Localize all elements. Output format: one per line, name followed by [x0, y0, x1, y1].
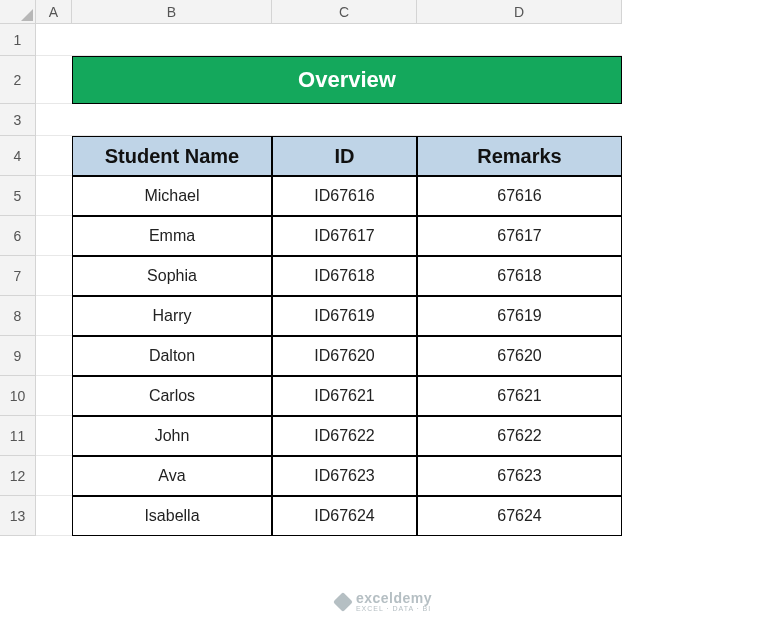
cell-name-1[interactable]: Emma — [72, 216, 272, 256]
cell-A9[interactable] — [36, 336, 72, 376]
watermark: exceldemy EXCEL · DATA · BI — [336, 591, 432, 612]
cell-A5[interactable] — [36, 176, 72, 216]
row-header-2[interactable]: 2 — [0, 56, 36, 104]
cell-id-5[interactable]: ID67621 — [272, 376, 417, 416]
spreadsheet-grid: A B C D 1 2 Overview 3 4 Student Name ID… — [0, 0, 768, 536]
cell-name-3[interactable]: Harry — [72, 296, 272, 336]
cell-B1[interactable] — [72, 24, 272, 56]
cell-remarks-0[interactable]: 67616 — [417, 176, 622, 216]
cell-D1[interactable] — [417, 24, 622, 56]
cell-D3[interactable] — [417, 104, 622, 136]
cell-id-6[interactable]: ID67622 — [272, 416, 417, 456]
select-all-corner[interactable] — [0, 0, 36, 24]
cell-remarks-3[interactable]: 67619 — [417, 296, 622, 336]
watermark-sub: EXCEL · DATA · BI — [356, 605, 432, 612]
cell-A3[interactable] — [36, 104, 72, 136]
row-header-5[interactable]: 5 — [0, 176, 36, 216]
row-header-12[interactable]: 12 — [0, 456, 36, 496]
cell-A7[interactable] — [36, 256, 72, 296]
cell-remarks-4[interactable]: 67620 — [417, 336, 622, 376]
col-header-B[interactable]: B — [72, 0, 272, 24]
cell-name-0[interactable]: Michael — [72, 176, 272, 216]
cell-name-8[interactable]: Isabella — [72, 496, 272, 536]
cell-name-6[interactable]: John — [72, 416, 272, 456]
header-remarks[interactable]: Remarks — [417, 136, 622, 176]
cell-id-8[interactable]: ID67624 — [272, 496, 417, 536]
cell-A8[interactable] — [36, 296, 72, 336]
row-header-1[interactable]: 1 — [0, 24, 36, 56]
cell-name-7[interactable]: Ava — [72, 456, 272, 496]
row-header-3[interactable]: 3 — [0, 104, 36, 136]
watermark-logo-icon — [333, 592, 353, 612]
cell-name-5[interactable]: Carlos — [72, 376, 272, 416]
cell-C1[interactable] — [272, 24, 417, 56]
cell-C3[interactable] — [272, 104, 417, 136]
cell-remarks-6[interactable]: 67622 — [417, 416, 622, 456]
col-header-D[interactable]: D — [417, 0, 622, 24]
cell-A11[interactable] — [36, 416, 72, 456]
cell-id-7[interactable]: ID67623 — [272, 456, 417, 496]
row-header-11[interactable]: 11 — [0, 416, 36, 456]
cell-remarks-7[interactable]: 67623 — [417, 456, 622, 496]
cell-id-1[interactable]: ID67617 — [272, 216, 417, 256]
header-student-name[interactable]: Student Name — [72, 136, 272, 176]
cell-A4[interactable] — [36, 136, 72, 176]
row-header-6[interactable]: 6 — [0, 216, 36, 256]
cell-A2[interactable] — [36, 56, 72, 104]
cell-id-0[interactable]: ID67616 — [272, 176, 417, 216]
title-overview[interactable]: Overview — [72, 56, 622, 104]
row-header-7[interactable]: 7 — [0, 256, 36, 296]
cell-id-3[interactable]: ID67619 — [272, 296, 417, 336]
cell-B3[interactable] — [72, 104, 272, 136]
cell-A13[interactable] — [36, 496, 72, 536]
col-header-C[interactable]: C — [272, 0, 417, 24]
cell-A6[interactable] — [36, 216, 72, 256]
watermark-text: exceldemy EXCEL · DATA · BI — [356, 591, 432, 612]
row-header-9[interactable]: 9 — [0, 336, 36, 376]
watermark-brand: exceldemy — [356, 591, 432, 605]
cell-remarks-2[interactable]: 67618 — [417, 256, 622, 296]
cell-A10[interactable] — [36, 376, 72, 416]
cell-remarks-8[interactable]: 67624 — [417, 496, 622, 536]
row-header-10[interactable]: 10 — [0, 376, 36, 416]
col-header-A[interactable]: A — [36, 0, 72, 24]
row-header-8[interactable]: 8 — [0, 296, 36, 336]
cell-A1[interactable] — [36, 24, 72, 56]
cell-id-2[interactable]: ID67618 — [272, 256, 417, 296]
cell-remarks-5[interactable]: 67621 — [417, 376, 622, 416]
row-header-13[interactable]: 13 — [0, 496, 36, 536]
cell-A12[interactable] — [36, 456, 72, 496]
cell-remarks-1[interactable]: 67617 — [417, 216, 622, 256]
row-header-4[interactable]: 4 — [0, 136, 36, 176]
cell-name-4[interactable]: Dalton — [72, 336, 272, 376]
cell-id-4[interactable]: ID67620 — [272, 336, 417, 376]
header-id[interactable]: ID — [272, 136, 417, 176]
cell-name-2[interactable]: Sophia — [72, 256, 272, 296]
